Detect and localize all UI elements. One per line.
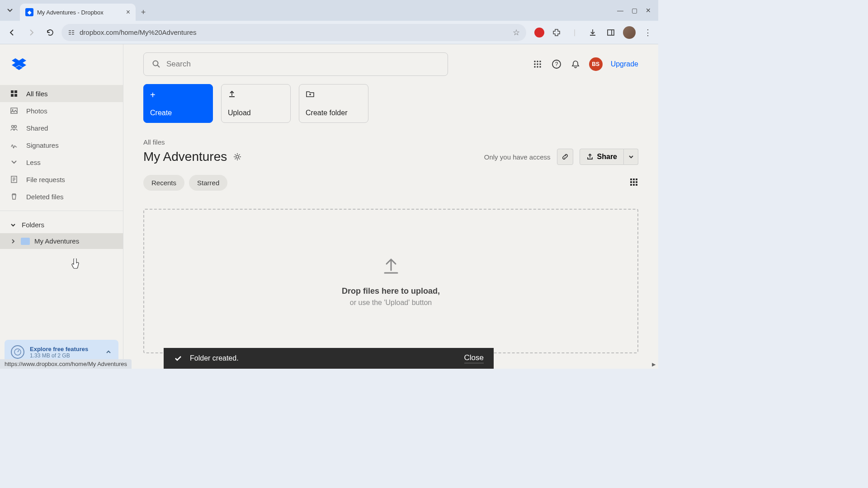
toast-close-button[interactable]: Close xyxy=(464,353,484,363)
address-bar: dropbox.com/home/My%20Adventures ☆ | ⋮ xyxy=(0,21,658,44)
create-button[interactable]: + Create xyxy=(143,84,213,123)
search-box[interactable] xyxy=(143,52,448,76)
svg-rect-10 xyxy=(11,94,14,97)
arrow-left-icon xyxy=(8,28,16,37)
help-icon[interactable]: ? xyxy=(551,59,562,70)
chevron-right-icon[interactable] xyxy=(10,238,16,244)
create-folder-label: Create folder xyxy=(306,109,362,117)
svg-line-19 xyxy=(157,65,160,67)
svg-rect-1 xyxy=(72,30,74,31)
sidebar-item-photos[interactable]: Photos xyxy=(0,102,123,119)
scroll-right-icon[interactable]: ▶ xyxy=(652,361,656,367)
filter-recents[interactable]: Recents xyxy=(143,175,184,191)
sidebar-item-label: Shared xyxy=(26,124,48,132)
toast-message: Folder created. xyxy=(190,354,239,362)
status-bar-link: https://www.dropbox.com/home/My Adventur… xyxy=(0,359,132,369)
maximize-icon[interactable]: ▢ xyxy=(632,7,637,14)
bookmark-star-icon[interactable]: ☆ xyxy=(513,28,520,38)
share-icon xyxy=(586,153,594,160)
dropbox-logo-icon[interactable] xyxy=(12,58,26,71)
extensions-puzzle-icon[interactable] xyxy=(551,27,562,38)
sidebar-folders-header[interactable]: Folders xyxy=(0,216,123,233)
url-text: dropbox.com/home/My%20Adventures xyxy=(80,28,508,36)
svg-rect-34 xyxy=(636,178,637,180)
close-tab-icon[interactable]: × xyxy=(126,8,130,16)
svg-rect-32 xyxy=(630,178,632,180)
drop-subtitle: or use the 'Upload' button xyxy=(350,299,432,307)
site-settings-icon[interactable] xyxy=(68,29,75,36)
svg-point-18 xyxy=(153,61,158,66)
sidepanel-icon[interactable] xyxy=(605,27,617,38)
notifications-bell-icon[interactable] xyxy=(570,59,581,70)
user-avatar[interactable]: BS xyxy=(589,57,603,71)
file-requests-icon xyxy=(10,175,18,183)
upload-label: Upload xyxy=(228,109,284,117)
upgrade-link[interactable]: Upgrade xyxy=(611,60,638,68)
svg-rect-39 xyxy=(633,184,635,186)
app-grid-icon[interactable] xyxy=(532,59,543,70)
meter-icon xyxy=(11,345,24,359)
sidebar-item-label: Deleted files xyxy=(26,193,64,201)
forward-button[interactable] xyxy=(24,25,39,40)
reload-button[interactable] xyxy=(42,25,58,40)
chevron-up-icon[interactable] xyxy=(105,348,112,356)
copy-link-button[interactable] xyxy=(557,149,573,165)
svg-rect-33 xyxy=(633,178,635,180)
sidebar-item-less[interactable]: Less xyxy=(0,154,123,171)
svg-rect-6 xyxy=(608,30,614,35)
folders-header-label: Folders xyxy=(22,221,44,229)
svg-rect-12 xyxy=(11,108,17,113)
svg-point-14 xyxy=(12,126,14,128)
svg-point-15 xyxy=(14,126,17,128)
chevron-down-icon xyxy=(10,158,18,166)
drop-zone[interactable]: Drop files here to upload, or use the 'U… xyxy=(143,209,638,353)
svg-rect-4 xyxy=(69,34,71,35)
sidebar-item-signatures[interactable]: Signatures xyxy=(0,136,123,154)
sidebar-folder-item[interactable]: My Adventures xyxy=(0,233,123,249)
browser-profile-avatar[interactable] xyxy=(623,26,636,39)
chevron-down-icon xyxy=(7,7,13,14)
upload-button[interactable]: Upload xyxy=(221,84,291,123)
svg-rect-2 xyxy=(69,32,71,33)
share-dropdown-button[interactable] xyxy=(624,149,638,165)
svg-point-26 xyxy=(534,66,536,68)
view-toggle-grid-icon[interactable] xyxy=(629,178,638,188)
sidebar-item-label: All files xyxy=(26,90,48,98)
share-label: Share xyxy=(597,153,617,161)
main-content: ? BS Upgrade + Create Upload Create fold… xyxy=(123,44,658,369)
arrow-right-icon xyxy=(27,28,35,37)
extension-adblock-icon[interactable] xyxy=(534,28,544,38)
svg-rect-3 xyxy=(72,32,74,33)
svg-point-27 xyxy=(537,66,538,68)
sidebar-item-deleted-files[interactable]: Deleted files xyxy=(0,188,123,205)
browser-menu-icon[interactable]: ⋮ xyxy=(642,27,654,38)
sidebar-item-all-files[interactable]: All files xyxy=(0,85,123,102)
svg-rect-36 xyxy=(633,181,635,183)
svg-point-25 xyxy=(539,63,541,65)
svg-rect-37 xyxy=(636,181,637,183)
close-window-icon[interactable]: ✕ xyxy=(646,7,651,14)
svg-rect-11 xyxy=(14,94,17,97)
new-tab-button[interactable]: + xyxy=(136,4,151,21)
search-input[interactable] xyxy=(166,60,439,69)
back-button[interactable] xyxy=(5,25,20,40)
url-box[interactable]: dropbox.com/home/My%20Adventures ☆ xyxy=(61,24,526,41)
upload-icon xyxy=(228,90,236,98)
svg-point-31 xyxy=(236,155,239,158)
browser-tab[interactable]: ◆ My Adventures - Dropbox × xyxy=(20,4,136,21)
filter-starred[interactable]: Starred xyxy=(189,175,227,191)
share-button[interactable]: Share xyxy=(580,149,624,165)
chevron-down-icon xyxy=(628,154,634,160)
create-folder-button[interactable]: Create folder xyxy=(299,84,368,123)
settings-gear-icon[interactable] xyxy=(233,153,241,161)
breadcrumb[interactable]: All files xyxy=(143,138,638,146)
svg-rect-0 xyxy=(69,30,71,31)
sidebar-item-shared[interactable]: Shared xyxy=(0,119,123,136)
svg-rect-8 xyxy=(11,90,14,93)
minimize-icon[interactable]: — xyxy=(617,7,623,14)
dropbox-favicon: ◆ xyxy=(25,8,33,16)
downloads-icon[interactable] xyxy=(587,27,599,38)
sidebar-item-file-requests[interactable]: File requests xyxy=(0,171,123,188)
tab-search-dropdown[interactable] xyxy=(0,0,20,21)
divider xyxy=(0,211,123,211)
